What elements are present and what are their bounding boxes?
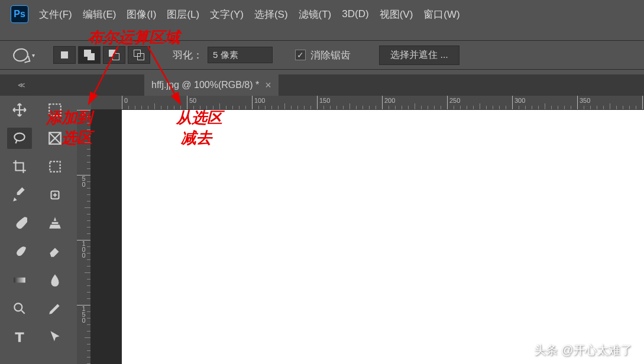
menu-3d[interactable]: 3D(D) [342, 8, 368, 20]
chevron-down-icon: ▾ [32, 52, 35, 58]
rectangular-marquee-tool[interactable] [43, 99, 67, 121]
tools-panel [0, 96, 77, 364]
antialias-checkbox[interactable]: ✓ [295, 50, 306, 60]
feather-label: 羽化： [173, 48, 203, 62]
eyedropper-tool[interactable] [7, 184, 32, 206]
type-tool[interactable] [7, 326, 32, 347]
menu-file[interactable]: 文件(F) [39, 8, 72, 21]
menu-edit[interactable]: 编辑(E) [83, 8, 116, 21]
history-brush-tool[interactable] [7, 241, 32, 262]
horizontal-ruler[interactable]: 050100150200250300350400 [91, 96, 644, 110]
document-tab-bar: ≪ hffj.jpg @ 100%(RGB/8) * × [0, 74, 644, 96]
brush-tool[interactable] [7, 213, 32, 234]
watermark: 头条 @开心太难了 [534, 342, 632, 358]
menu-text[interactable]: 文字(Y) [210, 8, 244, 21]
clone-stamp-tool[interactable] [43, 213, 67, 234]
new-selection-button[interactable] [53, 46, 76, 64]
canvas-background [91, 110, 644, 364]
spot-healing-tool[interactable] [43, 184, 67, 206]
intersect-selection-button[interactable] [128, 46, 150, 64]
menu-view[interactable]: 视图(V) [380, 8, 413, 21]
tool-preset-dropdown[interactable]: ▾ [11, 44, 37, 66]
workspace: 050100150200250300350400 050100150 [0, 96, 644, 364]
document-tab[interactable]: hffj.jpg @ 100%(RGB/8) * × [144, 74, 279, 96]
boolean-operation-group [53, 46, 150, 64]
canvas[interactable] [122, 110, 644, 364]
move-tool[interactable] [7, 99, 32, 121]
svg-point-6 [14, 303, 22, 311]
frame-tool[interactable] [43, 128, 67, 149]
canvas-area: 050100150200250300350400 050100150 [77, 96, 644, 364]
menu-image[interactable]: 图像(I) [127, 8, 156, 21]
svg-rect-0 [49, 104, 61, 116]
pen-tool[interactable] [43, 298, 67, 319]
slice-tool[interactable] [43, 156, 67, 177]
subtract-from-selection-button[interactable] [103, 46, 125, 64]
menu-filter[interactable]: 滤镜(T) [299, 8, 332, 21]
eraser-tool[interactable] [43, 241, 67, 262]
menu-layer[interactable]: 图层(L) [167, 8, 199, 21]
vertical-ruler[interactable]: 050100150 [77, 110, 91, 364]
app-logo: Ps [11, 5, 28, 23]
path-selection-tool[interactable] [43, 326, 67, 347]
svg-rect-5 [14, 278, 25, 283]
svg-point-1 [14, 133, 24, 141]
gradient-tool[interactable] [7, 269, 32, 291]
menu-window[interactable]: 窗口(W) [423, 8, 459, 21]
select-and-mask-button[interactable]: 选择并遮住 ... [379, 46, 459, 65]
menu-bar: Ps 文件(F) 编辑(E) 图像(I) 图层(L) 文字(Y) 选择(S) 滤… [0, 0, 644, 28]
options-bar: ▾ 羽化： ✓ 消除锯齿 选择并遮住 ... [0, 40, 644, 70]
lasso-tool[interactable] [7, 128, 32, 149]
dodge-tool[interactable] [7, 298, 32, 319]
svg-rect-3 [50, 161, 60, 171]
add-to-selection-button[interactable] [78, 46, 101, 64]
document-title: hffj.jpg @ 100%(RGB/8) * [151, 80, 259, 90]
blur-tool[interactable] [43, 269, 67, 291]
feather-input[interactable] [208, 47, 273, 63]
antialias-label: 消除锯齿 [310, 48, 351, 62]
tab-expand-icon[interactable]: ≪ [18, 81, 32, 89]
crop-tool[interactable] [7, 156, 32, 177]
menu-select[interactable]: 选择(S) [254, 8, 288, 21]
lasso-icon [11, 47, 30, 63]
canvas-paste-board [91, 110, 122, 364]
close-tab-icon[interactable]: × [265, 79, 271, 92]
